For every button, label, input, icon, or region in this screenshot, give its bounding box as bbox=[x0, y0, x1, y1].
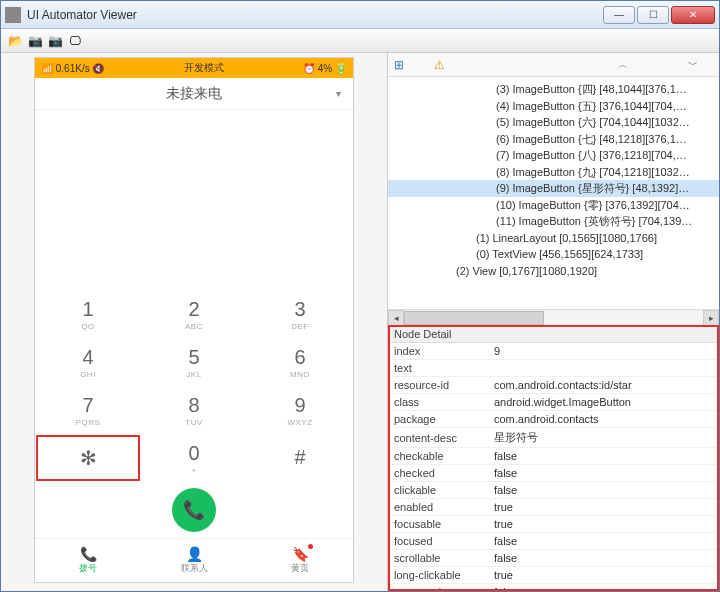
status-center: 开发模式 bbox=[104, 61, 303, 75]
detail-value: true bbox=[488, 567, 719, 584]
scroll-thumb[interactable] bbox=[404, 311, 544, 325]
minimize-button[interactable]: — bbox=[603, 6, 635, 24]
window-title: UI Automator Viewer bbox=[27, 8, 601, 22]
phone-icon: 📞 bbox=[183, 499, 205, 521]
key-9[interactable]: 9WXYZ bbox=[247, 386, 353, 434]
detail-row: resource-idcom.android.contacts:id/star bbox=[388, 377, 719, 394]
maximize-button[interactable]: ☐ bbox=[637, 6, 669, 24]
tree-row[interactable]: (4) ImageButton {五} [376,1044][704,… bbox=[388, 98, 719, 115]
detail-value: android.widget.ImageButton bbox=[488, 394, 719, 411]
detail-key: resource-id bbox=[388, 377, 488, 394]
detail-row: clickablefalse bbox=[388, 482, 719, 499]
dial-button[interactable]: 📞 bbox=[172, 488, 216, 532]
screenshot2-icon[interactable]: 📷 bbox=[47, 33, 63, 49]
save-icon[interactable]: 🖵 bbox=[67, 33, 83, 49]
detail-value: false bbox=[488, 533, 719, 550]
detail-value: com.android.contacts:id/star bbox=[488, 377, 719, 394]
tab-contacts[interactable]: 👤联系人 bbox=[141, 539, 247, 582]
tree-row[interactable]: (0) TextView [456,1565][624,1733] bbox=[388, 246, 719, 263]
tree-header: ⊞ ⚠ ︿ ﹀ bbox=[388, 53, 719, 77]
device-preview-pane: 📶 0.61K/s 🔇 开发模式 ⏰ 4% 🔋 未接来电 ▾ 1QO 2ABC … bbox=[1, 53, 387, 591]
scroll-right-button[interactable]: ▸ bbox=[703, 310, 719, 326]
key-hash[interactable]: # bbox=[247, 434, 353, 482]
hierarchy-tree[interactable]: (3) ImageButton {四} [48,1044][376,1…(4) … bbox=[388, 77, 719, 309]
detail-row: focusedfalse bbox=[388, 533, 719, 550]
tree-row[interactable]: (7) ImageButton {八} [376,1218][704,… bbox=[388, 147, 719, 164]
scroll-left-button[interactable]: ◂ bbox=[388, 310, 404, 326]
key-6[interactable]: 6MNO bbox=[247, 338, 353, 386]
detail-value: false bbox=[488, 550, 719, 567]
app-window: UI Automator Viewer — ☐ ✕ 📂 📷 📷 🖵 📶 0.61… bbox=[0, 0, 720, 592]
tree-row[interactable]: (2) View [0,1767][1080,1920] bbox=[388, 263, 719, 280]
tab-dial[interactable]: 📞拨号 bbox=[35, 539, 141, 582]
key-3[interactable]: 3DEF bbox=[247, 290, 353, 338]
detail-value: false bbox=[488, 465, 719, 482]
detail-row: checkablefalse bbox=[388, 448, 719, 465]
phone-title: 未接来电 bbox=[166, 85, 222, 103]
detail-header: Node Detail bbox=[388, 326, 719, 343]
expand-down-button[interactable]: ﹀ bbox=[673, 58, 713, 72]
app-icon bbox=[5, 7, 21, 23]
key-2[interactable]: 2ABC bbox=[141, 290, 247, 338]
contacts-icon: 👤 bbox=[186, 546, 203, 562]
key-0[interactable]: 0+ bbox=[141, 434, 247, 482]
detail-row: content-desc星形符号 bbox=[388, 428, 719, 448]
toolbar: 📂 📷 📷 🖵 bbox=[1, 29, 719, 53]
detail-value bbox=[488, 360, 719, 377]
detail-key: long-clickable bbox=[388, 567, 488, 584]
detail-key: enabled bbox=[388, 499, 488, 516]
detail-key: class bbox=[388, 394, 488, 411]
horizontal-scrollbar[interactable]: ◂ ▸ bbox=[388, 309, 719, 325]
detail-key: focused bbox=[388, 533, 488, 550]
detail-key: index bbox=[388, 343, 488, 360]
tree-row[interactable]: (5) ImageButton {六} [704,1044][1032… bbox=[388, 114, 719, 131]
key-5[interactable]: 5JKL bbox=[141, 338, 247, 386]
tree-row[interactable]: (9) ImageButton {星形符号} [48,1392]… bbox=[388, 180, 719, 197]
tree-row[interactable]: (8) ImageButton {九} [704,1218][1032… bbox=[388, 164, 719, 181]
screenshot-icon[interactable]: 📷 bbox=[27, 33, 43, 49]
phone-statusbar: 📶 0.61K/s 🔇 开发模式 ⏰ 4% 🔋 bbox=[35, 58, 353, 78]
status-right: ⏰ 4% 🔋 bbox=[303, 63, 347, 74]
open-icon[interactable]: 📂 bbox=[7, 33, 23, 49]
dialpad: 1QO 2ABC 3DEF 4GHI 5JKL 6MNO 7PQRS 8TUV … bbox=[35, 290, 353, 482]
tab-yellowpages[interactable]: 🔖黄页 bbox=[247, 539, 353, 582]
close-button[interactable]: ✕ bbox=[671, 6, 715, 24]
key-1[interactable]: 1QO bbox=[35, 290, 141, 338]
warning-icon[interactable]: ⚠ bbox=[434, 58, 445, 72]
detail-key: password bbox=[388, 584, 488, 592]
dial-icon: 📞 bbox=[80, 546, 97, 562]
detail-row: text bbox=[388, 360, 719, 377]
phone-screenshot: 📶 0.61K/s 🔇 开发模式 ⏰ 4% 🔋 未接来电 ▾ 1QO 2ABC … bbox=[34, 57, 354, 583]
scroll-track[interactable] bbox=[404, 311, 703, 325]
key-8[interactable]: 8TUV bbox=[141, 386, 247, 434]
detail-key: package bbox=[388, 411, 488, 428]
tree-row[interactable]: (6) ImageButton {七} [48,1218][376,1… bbox=[388, 131, 719, 148]
tree-row[interactable]: (3) ImageButton {四} [48,1044][376,1… bbox=[388, 81, 719, 98]
titlebar: UI Automator Viewer — ☐ ✕ bbox=[1, 1, 719, 29]
detail-table: index9textresource-idcom.android.contact… bbox=[388, 343, 719, 591]
detail-row: classandroid.widget.ImageButton bbox=[388, 394, 719, 411]
tree-row[interactable]: (11) ImageButton {英镑符号} [704,139… bbox=[388, 213, 719, 230]
right-pane: ⊞ ⚠ ︿ ﹀ (3) ImageButton {四} [48,1044][37… bbox=[387, 53, 719, 591]
phone-body bbox=[35, 110, 353, 290]
collapse-up-button[interactable]: ︿ bbox=[603, 58, 643, 72]
status-left: 📶 0.61K/s 🔇 bbox=[41, 63, 104, 74]
chevron-down-icon: ▾ bbox=[336, 88, 341, 99]
key-star[interactable]: ✻ bbox=[35, 434, 141, 482]
tree-row[interactable]: (10) ImageButton {零} [376,1392][704… bbox=[388, 197, 719, 214]
detail-value: true bbox=[488, 516, 719, 533]
detail-row: packagecom.android.contacts bbox=[388, 411, 719, 428]
detail-row: enabledtrue bbox=[388, 499, 719, 516]
tree-row[interactable]: (1) LinearLayout [0,1565][1080,1766] bbox=[388, 230, 719, 247]
bottom-tabs: 📞拨号 👤联系人 🔖黄页 bbox=[35, 538, 353, 582]
detail-row: long-clickabletrue bbox=[388, 567, 719, 584]
detail-key: clickable bbox=[388, 482, 488, 499]
content: 📶 0.61K/s 🔇 开发模式 ⏰ 4% 🔋 未接来电 ▾ 1QO 2ABC … bbox=[1, 53, 719, 591]
key-7[interactable]: 7PQRS bbox=[35, 386, 141, 434]
detail-value: com.android.contacts bbox=[488, 411, 719, 428]
detail-row: passwordfalse bbox=[388, 584, 719, 592]
detail-key: checkable bbox=[388, 448, 488, 465]
detail-value: false bbox=[488, 448, 719, 465]
expand-icon[interactable]: ⊞ bbox=[394, 58, 404, 72]
key-4[interactable]: 4GHI bbox=[35, 338, 141, 386]
